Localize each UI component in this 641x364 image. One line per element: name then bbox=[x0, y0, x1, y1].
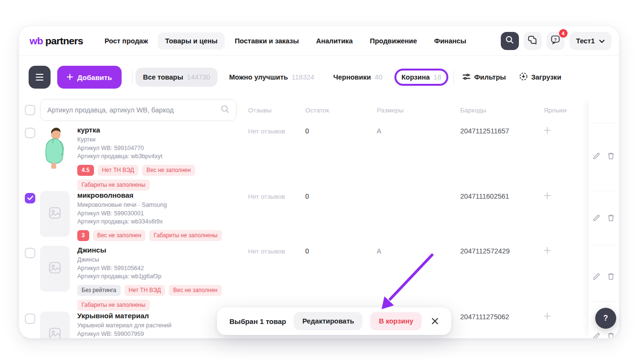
search-button[interactable] bbox=[501, 32, 519, 50]
column-header-labels: Ярлыки bbox=[544, 107, 582, 114]
tab-count: 144730 bbox=[187, 73, 210, 81]
cell-reviews: Нет отзывов bbox=[248, 123, 305, 135]
help-notifications-button[interactable]: ? 4 bbox=[547, 32, 565, 50]
product-image-placeholder[interactable] bbox=[40, 191, 70, 237]
tab-cart[interactable]: Корзина 18 bbox=[402, 73, 441, 81]
delete-icon[interactable] bbox=[607, 273, 615, 280]
table-row: куртка Куртки Артикул WB: 599104770 Арти… bbox=[19, 123, 588, 188]
product-category: Джинсы bbox=[77, 256, 248, 264]
add-label-icon[interactable] bbox=[544, 188, 582, 201]
row-checkbox[interactable] bbox=[25, 193, 35, 203]
nav-item-goods-prices[interactable]: Товары и цены bbox=[158, 32, 225, 50]
edit-selected-button[interactable]: Редактировать bbox=[294, 312, 362, 330]
product-title[interactable]: микроволновая bbox=[77, 191, 222, 199]
add-label-icon[interactable] bbox=[544, 243, 582, 256]
nav-menu: Рост продаж Товары и цены Поставки и зак… bbox=[97, 32, 473, 50]
wb-partners-logo[interactable]: wbpartners bbox=[30, 35, 83, 47]
panel-divider bbox=[592, 301, 615, 302]
uploads-button[interactable]: Загрузки bbox=[519, 72, 561, 82]
product-title[interactable]: куртка bbox=[77, 126, 248, 134]
tab-label: Все товары bbox=[143, 73, 183, 81]
svg-text:?: ? bbox=[554, 37, 557, 42]
article-search-input[interactable] bbox=[47, 106, 216, 114]
edit-icon[interactable] bbox=[593, 152, 600, 160]
product-wb-article: Артикул WB: 599105642 bbox=[77, 264, 248, 273]
product-category: Укрывной материал для растений bbox=[77, 322, 172, 330]
toolbar-divider bbox=[454, 71, 454, 84]
products-toolbar: Добавить Все товары 144730 Можно улучшит… bbox=[29, 65, 610, 89]
list-menu-button[interactable] bbox=[29, 66, 51, 89]
chat-button[interactable] bbox=[524, 32, 542, 50]
nav-item-promotion[interactable]: Продвижение bbox=[362, 32, 424, 50]
table-row: Джинсы Джинсы Артикул WB: 599105642 Арти… bbox=[19, 243, 588, 309]
warning-badge: Нет ТН ВЭД bbox=[98, 165, 138, 176]
delete-icon[interactable] bbox=[607, 214, 615, 222]
product-list: куртка Куртки Артикул WB: 599104770 Арти… bbox=[19, 123, 588, 338]
delete-icon[interactable] bbox=[607, 332, 615, 338]
edit-icon[interactable] bbox=[593, 332, 600, 338]
panel-divider bbox=[592, 123, 615, 123]
cell-stock: 0 bbox=[305, 123, 377, 135]
add-product-button[interactable]: Добавить bbox=[57, 66, 122, 89]
row-checkbox[interactable] bbox=[25, 128, 35, 138]
product-image-jacket[interactable] bbox=[40, 126, 70, 172]
help-fab-label: ? bbox=[603, 314, 608, 323]
search-icon bbox=[221, 105, 229, 115]
warning-badge: Габариты не заполнены bbox=[149, 230, 222, 241]
user-menu[interactable]: Тест1 bbox=[569, 32, 611, 50]
warning-badge: Вес не заполнен bbox=[142, 165, 195, 176]
edit-icon[interactable] bbox=[593, 273, 600, 280]
selection-action-bar: Выбран 1 товар Редактировать В корзину bbox=[217, 307, 451, 335]
tab-drafts[interactable]: Черновики 40 bbox=[333, 73, 383, 81]
cell-sizes: А bbox=[377, 123, 460, 135]
product-seller-article: Артикул продавца: wb3bpv4xyt bbox=[77, 152, 248, 161]
logo-wb: wb bbox=[30, 35, 43, 47]
row-actions-panel bbox=[589, 98, 619, 338]
rating-badge: 3 bbox=[77, 230, 89, 241]
filters-button[interactable]: Фильтры bbox=[463, 73, 506, 81]
warning-badge: Вес не заполнен bbox=[93, 230, 146, 241]
product-title[interactable]: Джинсы bbox=[77, 246, 248, 254]
product-badges: 3 Вес не заполнен Габариты не заполнены bbox=[77, 230, 222, 241]
product-category: Микроволновые печи · Samsung bbox=[77, 201, 222, 210]
cell-barcode: 2047111275062 bbox=[460, 309, 544, 321]
delete-icon[interactable] bbox=[607, 152, 615, 160]
nav-item-supplies-orders[interactable]: Поставки и заказы bbox=[227, 32, 306, 50]
nav-item-finance[interactable]: Финансы bbox=[427, 32, 473, 50]
panel-divider bbox=[592, 245, 615, 245]
add-label-icon[interactable] bbox=[544, 123, 582, 136]
tab-count: 40 bbox=[375, 73, 383, 81]
product-image-placeholder[interactable] bbox=[40, 246, 70, 292]
column-header-sizes: Размеры bbox=[377, 107, 460, 114]
cell-stock: 0 bbox=[305, 188, 377, 200]
edit-icon[interactable] bbox=[593, 214, 600, 222]
image-placeholder-icon bbox=[49, 262, 61, 276]
tab-label: Черновики bbox=[333, 73, 371, 81]
product-title[interactable]: Укрывной материал bbox=[77, 312, 172, 320]
tab-can-improve[interactable]: Можно улучшить 118324 bbox=[229, 73, 314, 81]
row-checkbox[interactable] bbox=[25, 313, 35, 324]
product-seller-article: Артикул продавца: wb334s6t9x bbox=[77, 218, 222, 226]
product-tabs: Все товары 144730 Можно улучшить 118324 … bbox=[143, 73, 442, 81]
product-badges: 4.5 Нет ТН ВЭД Вес не заполнен Габариты … bbox=[77, 165, 248, 191]
close-icon[interactable] bbox=[431, 317, 439, 325]
table-row: микроволновая Микроволновые печи · Samsu… bbox=[19, 188, 588, 243]
nav-actions: ? 4 Тест1 bbox=[501, 32, 611, 50]
move-to-cart-button[interactable]: В корзину bbox=[370, 312, 422, 330]
add-label-icon[interactable] bbox=[544, 309, 582, 322]
nav-item-analytics[interactable]: Аналитика bbox=[309, 32, 360, 50]
chat-icon bbox=[528, 36, 537, 46]
table-header: Отзывы Остаток Размеры Баркоды Ярлыки bbox=[19, 98, 588, 122]
column-header-stock: Остаток bbox=[305, 107, 377, 114]
nav-item-growth[interactable]: Рост продаж bbox=[97, 32, 155, 50]
select-all-checkbox[interactable] bbox=[25, 105, 35, 115]
tab-all-products[interactable]: Все товары 144730 bbox=[135, 68, 218, 87]
uploads-label: Загрузки bbox=[531, 73, 561, 81]
tab-count: 118324 bbox=[292, 73, 314, 81]
help-fab-button[interactable]: ? bbox=[595, 308, 616, 329]
product-image-placeholder[interactable] bbox=[40, 312, 70, 338]
filters-label: Фильтры bbox=[474, 73, 506, 81]
row-checkbox[interactable] bbox=[25, 248, 35, 258]
cell-reviews: Нет отзывов bbox=[248, 188, 305, 200]
toolbar-divider bbox=[132, 71, 133, 84]
